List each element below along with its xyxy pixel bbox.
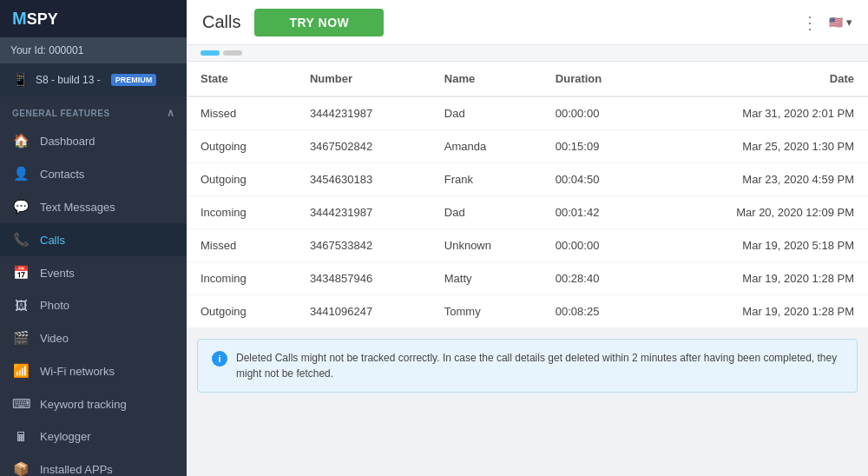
scroll-dots xyxy=(201,50,242,56)
cell-name: Dad xyxy=(431,96,542,130)
table-row: Outgoing3454630183Frank00:04:50Mar 23, 2… xyxy=(187,163,868,196)
cell-state: Outgoing xyxy=(187,130,296,163)
cell-duration: 00:01:42 xyxy=(542,196,652,229)
flag-icon: 🇺🇸 xyxy=(829,16,843,29)
sidebar-item-label: Contacts xyxy=(40,168,84,181)
cell-state: Outgoing xyxy=(187,163,296,196)
cell-date: Mar 19, 2020 1:28 PM xyxy=(652,295,868,328)
sidebar-item-label: Wi-Fi networks xyxy=(40,365,115,378)
sidebar-item-label: Keyword tracking xyxy=(40,398,127,411)
cell-date: Mar 19, 2020 1:28 PM xyxy=(652,262,868,295)
cell-state: Missed xyxy=(187,96,296,130)
calls-table: State Number Name Duration Date Missed34… xyxy=(187,62,868,328)
user-id-value: 000001 xyxy=(49,44,83,56)
device-label: S8 - build 13 - xyxy=(36,74,101,86)
device-icon: 📱 xyxy=(12,72,29,88)
dashboard-icon: 🏠 xyxy=(12,133,30,149)
sidebar-item-video[interactable]: 🎬 Video xyxy=(0,321,187,354)
col-number: Number xyxy=(296,62,431,96)
table-row: Missed3467533842Unknown00:00:00Mar 19, 2… xyxy=(187,229,868,262)
calls-table-card: State Number Name Duration Date Missed34… xyxy=(187,62,868,328)
scroll-dot-2 xyxy=(223,50,242,56)
calls-icon: 📞 xyxy=(12,232,30,248)
photo-icon: 🖼 xyxy=(12,298,30,313)
sidebar-item-dashboard[interactable]: 🏠 Dashboard xyxy=(0,124,187,157)
cell-duration: 00:04:50 xyxy=(542,163,652,196)
info-icon: i xyxy=(212,351,227,367)
general-features-label: GENERAL FEATURES xyxy=(12,109,110,118)
keyword-icon: ⌨ xyxy=(12,396,30,412)
sidebar-item-wifi[interactable]: 📶 Wi-Fi networks xyxy=(0,354,187,387)
cell-name: Amanda xyxy=(431,130,542,163)
table-row: Incoming3434857946Matty00:28:40Mar 19, 2… xyxy=(187,262,868,295)
top-bar: Calls TRY NOW ⋮ 🇺🇸 ▾ xyxy=(187,0,868,45)
installed-apps-icon: 📦 xyxy=(12,461,30,476)
cell-duration: 00:08:25 xyxy=(542,295,652,328)
col-state: State xyxy=(187,62,296,96)
sidebar-item-label: Text Messages xyxy=(40,201,115,214)
header-row: State Number Name Duration Date xyxy=(187,62,868,96)
events-icon: 📅 xyxy=(12,265,30,281)
video-icon: 🎬 xyxy=(12,330,30,346)
table-row: Incoming3444231987Dad00:01:42Mar 20, 202… xyxy=(187,196,868,229)
cell-state: Incoming xyxy=(187,196,296,229)
cell-number: 3444231987 xyxy=(296,96,431,130)
table-row: Outgoing3467502842Amanda00:15:09Mar 25, … xyxy=(187,130,868,163)
table-body: Missed3444231987Dad00:00:00Mar 31, 2020 … xyxy=(187,96,868,328)
table-row: Outgoing3441096247Tommy00:08:25Mar 19, 2… xyxy=(187,295,868,328)
cell-duration: 00:28:40 xyxy=(542,262,652,295)
sidebar-item-calls[interactable]: 📞 Calls xyxy=(0,223,187,256)
sidebar-item-contacts[interactable]: 👤 Contacts xyxy=(0,157,187,190)
cell-date: Mar 31, 2020 2:01 PM xyxy=(652,96,868,130)
cell-number: 3434857946 xyxy=(296,262,431,295)
general-features-section: GENERAL FEATURES ∧ xyxy=(0,96,187,124)
logo: mSPY xyxy=(12,9,58,29)
info-box: i Deleted Calls might not be tracked cor… xyxy=(197,339,858,393)
sidebar-item-label: Dashboard xyxy=(40,135,95,148)
cell-number: 3454630183 xyxy=(296,163,431,196)
sidebar-item-label: Events xyxy=(40,267,75,280)
premium-badge: PREMIUM xyxy=(111,74,157,86)
more-options-icon[interactable]: ⋮ xyxy=(801,12,819,33)
scroll-dot-1 xyxy=(201,50,220,56)
cell-number: 3467533842 xyxy=(296,229,431,262)
cell-date: Mar 20, 2020 12:09 PM xyxy=(652,196,868,229)
sidebar-item-label: Calls xyxy=(40,234,65,247)
col-date: Date xyxy=(652,62,868,96)
sidebar-item-events[interactable]: 📅 Events xyxy=(0,256,187,289)
sidebar-item-installed-apps[interactable]: 📦 Installed APPs xyxy=(0,453,187,476)
sidebar: mSPY Your Id: 000001 📱 S8 - build 13 - P… xyxy=(0,0,187,476)
chevron-down-icon: ▾ xyxy=(846,16,852,29)
logo-bar: mSPY xyxy=(0,0,187,37)
sidebar-item-photo[interactable]: 🖼 Photo xyxy=(0,289,187,321)
keylogger-icon: 🖩 xyxy=(12,429,30,444)
cell-date: Mar 25, 2020 1:30 PM xyxy=(652,130,868,163)
page-title: Calls xyxy=(202,12,240,32)
sidebar-item-keyword-tracking[interactable]: ⌨ Keyword tracking xyxy=(0,387,187,420)
main-content: Calls TRY NOW ⋮ 🇺🇸 ▾ State Nu xyxy=(187,0,868,476)
language-selector[interactable]: 🇺🇸 ▾ xyxy=(829,16,852,29)
cell-duration: 00:15:09 xyxy=(542,130,652,163)
sidebar-item-label: Photo xyxy=(40,299,69,312)
cell-name: Unknown xyxy=(431,229,542,262)
sidebar-item-label: Installed APPs xyxy=(40,463,113,476)
device-bar: 📱 S8 - build 13 - PREMIUM xyxy=(0,63,187,96)
col-duration: Duration xyxy=(542,62,652,96)
sidebar-item-text-messages[interactable]: 💬 Text Messages xyxy=(0,190,187,223)
cell-duration: 00:00:00 xyxy=(542,229,652,262)
cell-duration: 00:00:00 xyxy=(542,96,652,130)
try-now-button[interactable]: TRY NOW xyxy=(254,9,384,36)
text-messages-icon: 💬 xyxy=(12,199,30,215)
sidebar-item-keylogger[interactable]: 🖩 Keylogger xyxy=(0,420,187,453)
cell-name: Dad xyxy=(431,196,542,229)
info-text: Deleted Calls might not be tracked corre… xyxy=(236,350,843,381)
cell-name: Frank xyxy=(431,163,542,196)
cell-date: Mar 19, 2020 5:18 PM xyxy=(652,229,868,262)
cell-name: Matty xyxy=(431,262,542,295)
user-id-label: Your Id: xyxy=(10,44,46,56)
user-id-bar: Your Id: 000001 xyxy=(0,37,187,63)
collapse-icon[interactable]: ∧ xyxy=(167,107,175,119)
top-bar-right: ⋮ 🇺🇸 ▾ xyxy=(801,12,852,33)
sidebar-item-label: Keylogger xyxy=(40,430,91,443)
cell-number: 3444231987 xyxy=(296,196,431,229)
